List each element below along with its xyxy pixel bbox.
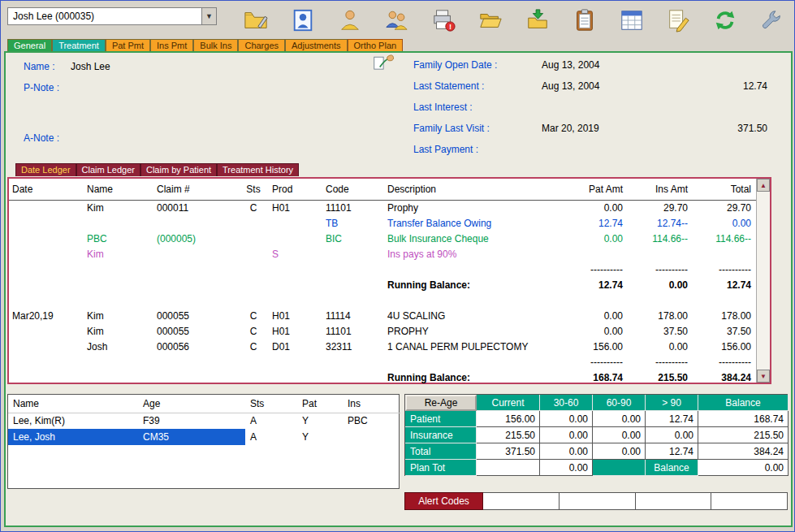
ledger-cell-ins: 12.74-- <box>628 215 693 231</box>
open-folder-icon[interactable] <box>477 7 503 33</box>
family-member-row[interactable]: Lee, Kim(R)F39AYPBC <box>8 413 400 429</box>
ledger-cell-code <box>322 246 384 262</box>
ledger-row[interactable]: Kim000011CH0111101Prophy0.0029.7029.70 <box>9 200 756 215</box>
scroll-up-icon[interactable]: ▲ <box>757 179 770 192</box>
ledger-row[interactable]: Josh000056CD01323111 CANAL PERM PULPECTO… <box>9 339 756 354</box>
people-icon[interactable] <box>383 7 409 33</box>
ledger-cell-ins: 178.00 <box>628 308 693 323</box>
ledger-row[interactable]: ------------------------------ <box>9 354 756 370</box>
hand-note-icon[interactable] <box>373 53 395 79</box>
tools-icon[interactable] <box>759 7 785 33</box>
ledger-cell-name: Kim <box>84 308 153 323</box>
family-col-sts: Sts <box>245 395 297 413</box>
info-amount: 371.50 <box>655 123 767 134</box>
folder-pen-icon[interactable] <box>243 7 269 33</box>
ledger-tab-treatment-history[interactable]: Treatment History <box>217 163 299 176</box>
ledger-cell-code <box>322 277 384 292</box>
ledger-tab-claim-by-patient[interactable]: Claim by Patient <box>140 163 217 176</box>
family-cell-sts: A <box>245 429 297 445</box>
ledger-cell-prod: H01 <box>269 308 322 323</box>
ledger-row[interactable]: Kim000055CH0111101PROPHY0.0037.5037.50 <box>9 323 756 339</box>
ledger-cell-name <box>84 370 153 385</box>
ledger-tab-claim-ledger[interactable]: Claim Ledger <box>76 163 140 176</box>
family-col-age: Age <box>138 395 245 413</box>
tab-bulk-ins[interactable]: Bulk Ins <box>193 39 238 51</box>
tab-charges[interactable]: Charges <box>238 39 285 51</box>
aging-value-cell: 12.74 <box>646 443 698 460</box>
patient-selector[interactable]: Josh Lee (000035) ▼ <box>7 7 217 25</box>
schedule-icon[interactable] <box>619 7 645 33</box>
ledger-col-description: Description <box>384 179 561 200</box>
ledger-cell-total: 29.70 <box>693 200 756 215</box>
info-row-last-statement: Last Statement :Aug 13, 200412.74 <box>413 80 767 102</box>
aging-value-cell: 0.00 <box>540 427 593 443</box>
tab-general[interactable]: General <box>7 39 52 51</box>
ledger-col-sts: Sts <box>238 179 269 200</box>
ledger-row[interactable]: KimSIns pays at 90% <box>9 246 756 262</box>
tab-pat-pmt[interactable]: Pat Pmt <box>106 39 150 51</box>
clipboard-icon[interactable] <box>572 7 598 33</box>
ledger-cell-prod <box>269 231 322 246</box>
info-row-last-interest: Last Interest : <box>413 102 767 123</box>
ledger-row[interactable]: Mar20,19Kim000055CH01111144U SCALING0.00… <box>9 308 756 323</box>
tab-ins-pmt[interactable]: Ins Pmt <box>150 39 193 51</box>
ledger-cell-claim <box>153 354 238 370</box>
aging-col-60-90: 60-90 <box>593 395 646 411</box>
family-member-row[interactable]: Lee, JoshCM35AY <box>8 429 400 445</box>
ledger-scrollbar[interactable]: ▲ ▼ <box>756 179 770 383</box>
ledger-cell-name: PBC <box>84 231 153 246</box>
ledger-cell-date <box>9 277 84 292</box>
tab-treatment[interactable]: Treatment <box>52 39 106 51</box>
ledger-col-pat-amt: Pat Amt <box>561 179 628 200</box>
aging-col-balance: Balance <box>698 395 789 411</box>
ledger-row[interactable]: ------------------------------ <box>9 262 756 277</box>
info-value: Aug 13, 2004 <box>542 59 655 71</box>
ledger-cell-code <box>322 354 384 370</box>
family-cell-pat: Y <box>297 413 343 429</box>
ledger-row[interactable]: TBTransfer Balance Owing12.7412.74--0.00 <box>9 215 756 231</box>
ledger-cell-claim <box>153 246 238 262</box>
ledger-row[interactable]: Running Balance:168.74215.50384.24 <box>9 370 756 385</box>
aging-col-90: > 90 <box>646 395 698 411</box>
ledger-cell-name: Kim <box>84 323 153 339</box>
tab-adjustments[interactable]: Adjustments <box>285 39 348 51</box>
ledger-cell-code: BIC <box>322 231 384 246</box>
person-icon[interactable] <box>337 7 363 33</box>
ledger-cell-date <box>9 231 84 246</box>
ledger-cell-pat: 168.74 <box>561 370 628 385</box>
ledger-cell-desc: Ins pays at 90% <box>384 246 561 262</box>
anote-label: A-Note : <box>24 132 59 144</box>
scroll-down-icon[interactable]: ▼ <box>757 370 770 383</box>
alert-code-cell <box>711 492 788 510</box>
family-cell-ins <box>343 429 400 445</box>
ledger-row[interactable]: Running Balance:12.740.0012.74 <box>9 277 756 292</box>
ledger-tab-date-ledger[interactable]: Date Ledger <box>15 163 76 176</box>
family-col-name: Name <box>8 395 138 413</box>
ledger-cell-ins: ---------- <box>628 262 693 277</box>
aging-value-cell: 371.50 <box>477 443 540 460</box>
tab-ortho-plan[interactable]: Ortho Plan <box>348 39 404 51</box>
refresh-icon[interactable] <box>712 7 738 33</box>
note-edit-icon[interactable] <box>665 7 691 33</box>
ledger-cell-sts <box>238 215 269 231</box>
ledger-cell-sts <box>238 262 269 277</box>
ledger-row[interactable]: PBC(000005)BICBulk Insurance Cheque0.001… <box>9 231 756 246</box>
folder-import-icon[interactable] <box>525 7 551 33</box>
ledger-cell-pat: 12.74 <box>561 277 628 292</box>
info-label: Last Payment : <box>413 144 542 155</box>
printer-alert-icon[interactable]: ! <box>430 7 456 33</box>
alert-codes-button[interactable]: Alert Codes <box>404 492 483 510</box>
aging-value-cell: 0.00 <box>646 427 698 443</box>
ledger-col-name: Name <box>84 179 153 200</box>
aging-value-cell: 168.74 <box>698 411 789 427</box>
ledger-cell-total: ---------- <box>693 354 756 370</box>
ledger-cell-name <box>84 262 153 277</box>
ledger-row[interactable] <box>9 292 756 308</box>
reage-button[interactable]: Re-Age <box>405 395 477 411</box>
alert-code-cell <box>636 492 712 510</box>
aging-value-cell: 0.00 <box>593 427 646 443</box>
ledger-cell-desc <box>384 354 561 370</box>
ledger-cell-code: 11114 <box>322 308 384 323</box>
ledger-cell-claim: (000005) <box>153 231 238 246</box>
patient-card-icon[interactable] <box>290 7 316 33</box>
